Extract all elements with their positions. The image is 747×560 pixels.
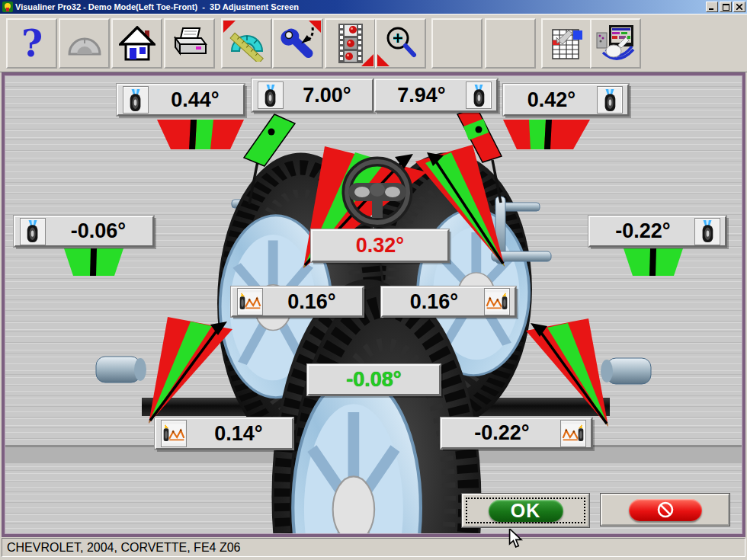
adjust-flag-icon <box>361 54 374 66</box>
alignment-scene <box>5 75 742 534</box>
cancel-button[interactable] <box>601 494 729 526</box>
app-window: Visualiner Pro32 - Demo Mode(Left Toe-Fr… <box>0 0 747 560</box>
vehicle-info: CHEVROLET, 2004, CORVETTE, FE4 Z06 <box>7 541 240 555</box>
toolbar-button-zoom[interactable] <box>375 18 426 69</box>
rear-left-axle <box>96 357 140 382</box>
printer-icon <box>171 26 209 61</box>
rear-right-camber-box: -0.22° <box>588 216 726 247</box>
toolbar-button-video[interactable] <box>325 18 376 69</box>
rear-left-camber-indicator <box>64 248 123 276</box>
suspension-icon <box>560 420 586 447</box>
gauge-icon <box>66 27 103 60</box>
svg-text:?: ? <box>21 24 42 63</box>
wheel-caster-icon <box>258 82 284 109</box>
toolbar-button-blank-1 <box>431 18 483 69</box>
suspension-icon <box>484 288 510 315</box>
rear-left-toe-value: 0.14° <box>190 422 287 446</box>
front-right-toe-value: 0.16° <box>387 290 481 314</box>
ok-button[interactable]: OK <box>462 494 589 527</box>
toolbar-button-print[interactable] <box>164 18 215 69</box>
table-icon <box>549 25 585 62</box>
close-button[interactable] <box>733 2 745 12</box>
rear-right-axle <box>607 358 651 384</box>
front-right-caster-box: 7.94° <box>374 78 498 112</box>
suspension-icon <box>161 420 187 447</box>
front-left-toe-value: 0.16° <box>266 290 357 314</box>
title-bar: Visualiner Pro32 - Demo Mode(Left Toe-Fr… <box>0 0 747 14</box>
wheel-camber-icon <box>20 218 46 245</box>
window-title: Visualiner Pro32 - Demo Mode(Left Toe-Fr… <box>15 2 706 11</box>
rear-left-camber-value: -0.06° <box>49 219 148 243</box>
thrust-angle-box: -0.08° <box>307 364 441 395</box>
wheel-camber-icon <box>123 86 149 114</box>
rear-right-toe-value: -0.22° <box>447 421 557 445</box>
app-icon <box>2 2 13 12</box>
rear-left-toe-box: 0.14° <box>155 418 293 450</box>
toolbar-button-home[interactable] <box>111 18 162 69</box>
toolbar-button-protractor[interactable] <box>221 18 272 69</box>
home-icon <box>119 26 155 61</box>
front-right-camber-indicator <box>503 120 590 149</box>
wheel-camber-icon <box>694 218 720 245</box>
toolbar-button-help[interactable]: ? <box>6 18 57 69</box>
front-left-caster-box: 7.00° <box>252 78 374 112</box>
adjust-flag-icon <box>377 54 390 66</box>
adjust-flag-icon <box>223 21 236 33</box>
status-bar: CHEVROLET, 2004, CORVETTE, FE4 Z06 <box>2 538 745 557</box>
front-left-camber-box: 0.44° <box>117 84 245 116</box>
front-right-camber-box: 0.42° <box>503 84 629 116</box>
window-controls <box>706 2 745 12</box>
cancel-icon <box>629 499 702 521</box>
ok-label: OK <box>489 500 563 522</box>
rear-right-camber-value: -0.22° <box>595 219 691 243</box>
toolbar-button-blank-2 <box>485 18 536 69</box>
suspension-icon <box>237 288 263 315</box>
maximize-icon <box>723 4 729 11</box>
close-icon <box>736 4 742 10</box>
toolbar-button-adjust[interactable] <box>272 18 323 69</box>
rear-left-camber-box: -0.06° <box>14 216 154 247</box>
minimize-icon <box>709 4 715 10</box>
toolbar-button-sensors[interactable] <box>590 18 641 69</box>
steering-angle-value: 0.32° <box>317 234 443 258</box>
wheel-camber-icon <box>597 86 623 114</box>
maximize-button[interactable] <box>720 2 732 12</box>
adjust-flag-icon <box>309 21 321 33</box>
sensors-icon <box>595 24 636 63</box>
toolbar-button-readings-table[interactable] <box>541 18 592 69</box>
steering-angle-box: 0.32° <box>311 229 449 262</box>
front-right-toe-box: 0.16° <box>381 286 516 317</box>
front-right-caster-value: 7.94° <box>380 84 463 107</box>
help-icon: ? <box>14 24 50 63</box>
toolbar: ? <box>0 14 747 72</box>
wheel-caster-icon <box>466 82 492 109</box>
front-left-camber-indicator <box>157 120 244 149</box>
front-left-camber-value: 0.44° <box>152 88 239 112</box>
thrust-angle-value: -0.08° <box>313 368 434 392</box>
front-left-caster-value: 7.00° <box>287 84 367 107</box>
front-right-camber-value: 0.42° <box>509 88 594 112</box>
rear-right-toe-box: -0.22° <box>441 418 592 449</box>
front-left-toe-box: 0.16° <box>231 286 364 317</box>
rear-right-camber-indicator <box>624 248 683 276</box>
minimize-button[interactable] <box>706 2 718 12</box>
toolbar-button-gauge[interactable] <box>59 18 110 69</box>
